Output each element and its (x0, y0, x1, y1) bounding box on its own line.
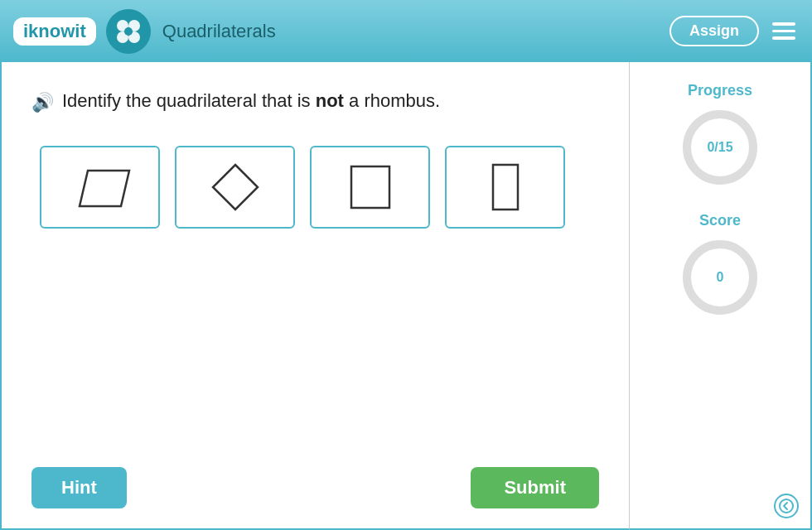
choice-a[interactable] (40, 146, 160, 229)
answer-choices (40, 146, 599, 229)
rectangle-shape (468, 158, 543, 216)
choice-c[interactable] (310, 146, 430, 229)
logo-circles-icon (114, 17, 143, 46)
choice-b[interactable] (175, 146, 295, 229)
svg-point-4 (124, 27, 133, 36)
svg-rect-8 (493, 165, 518, 210)
progress-circle: 0/15 (679, 106, 761, 189)
logo-icon (106, 9, 151, 54)
menu-line-3 (772, 36, 795, 40)
back-icon (779, 499, 794, 513)
hint-button[interactable]: Hint (31, 467, 127, 508)
lesson-title: Quadrilaterals (162, 21, 276, 42)
logo-area: iknowit Quadrilaterals (13, 9, 276, 54)
svg-marker-5 (80, 171, 129, 206)
speaker-icon[interactable]: 🔊 (31, 89, 54, 116)
score-circle: 0 (679, 236, 761, 319)
logo: iknowit (13, 17, 96, 46)
app-header: iknowit Quadrilaterals Assign (0, 0, 812, 62)
header-right: Assign (669, 16, 799, 46)
sidebar: Progress 0/15 Score 0 (630, 62, 812, 530)
menu-button[interactable] (769, 19, 799, 43)
main-layout: 🔊 Identify the quadrilateral that is not… (0, 62, 812, 530)
menu-line-2 (772, 30, 795, 33)
diamond-shape (198, 158, 273, 216)
question-text: Identify the quadrilateral that is not a… (62, 87, 440, 114)
question-area: 🔊 Identify the quadrilateral that is not… (31, 87, 599, 116)
square-shape (333, 158, 408, 216)
choice-d[interactable] (445, 146, 565, 229)
svg-rect-7 (351, 166, 389, 208)
svg-marker-6 (213, 165, 258, 210)
parallelogram-shape (63, 158, 138, 216)
score-value: 0 (717, 270, 724, 285)
progress-value: 0/15 (707, 140, 732, 155)
content-area: 🔊 Identify the quadrilateral that is not… (0, 62, 630, 530)
progress-label: Progress (688, 82, 752, 99)
submit-button[interactable]: Submit (471, 467, 599, 508)
score-label: Score (699, 212, 741, 229)
logo-text: iknowit (23, 21, 86, 41)
assign-button[interactable]: Assign (669, 16, 759, 46)
back-button[interactable] (774, 494, 799, 518)
svg-point-13 (780, 499, 793, 513)
bottom-bar: Hint Submit (31, 454, 599, 508)
menu-line-1 (772, 22, 795, 26)
